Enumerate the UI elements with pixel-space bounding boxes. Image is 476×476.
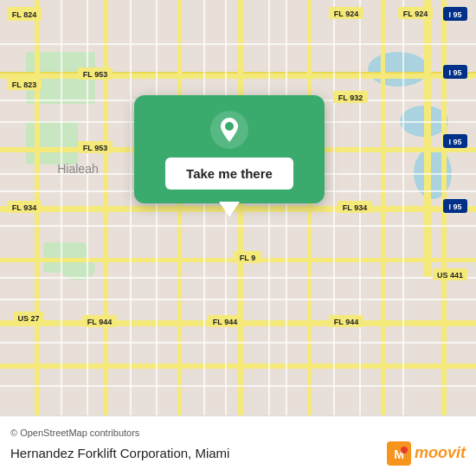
svg-text:I 95: I 95: [448, 10, 461, 19]
svg-text:FL 924: FL 924: [334, 10, 358, 18]
bottom-bar: © OpenStreetMap contributors Hernandez F…: [0, 415, 476, 476]
svg-point-84: [225, 122, 234, 131]
svg-rect-19: [307, 0, 312, 415]
svg-rect-40: [286, 0, 287, 415]
svg-rect-17: [177, 0, 182, 415]
svg-rect-16: [104, 0, 108, 415]
svg-rect-34: [87, 0, 88, 415]
svg-text:I 95: I 95: [448, 203, 461, 211]
svg-point-87: [401, 447, 408, 453]
svg-text:US 441: US 441: [437, 271, 463, 280]
moovit-logo: M moovit: [387, 441, 466, 466]
svg-rect-30: [0, 299, 476, 300]
svg-text:FL 823: FL 823: [12, 80, 36, 89]
svg-text:FL 934: FL 934: [12, 203, 36, 212]
svg-rect-22: [424, 0, 431, 277]
svg-rect-39: [268, 0, 270, 415]
location-pin-icon: [210, 111, 248, 149]
svg-rect-7: [43, 242, 87, 273]
take-me-there-button[interactable]: Take me there: [165, 158, 293, 190]
svg-rect-37: [203, 0, 205, 415]
svg-text:FL 932: FL 932: [338, 93, 363, 102]
bottom-row: Hernandez Forklift Corporation, Miami M …: [10, 441, 466, 466]
svg-text:FL 953: FL 953: [83, 70, 107, 79]
svg-rect-33: [61, 0, 62, 415]
svg-text:FL 944: FL 944: [87, 318, 112, 326]
location-title: Hernandez Forklift Corporation, Miami: [10, 446, 229, 460]
svg-text:US 27: US 27: [17, 314, 39, 323]
svg-text:Hialeah: Hialeah: [57, 162, 98, 176]
moovit-label: moovit: [415, 444, 466, 462]
svg-text:FL 944: FL 944: [334, 318, 358, 326]
svg-point-1: [368, 52, 428, 87]
svg-text:FL 924: FL 924: [403, 10, 428, 18]
svg-text:FL 953: FL 953: [83, 144, 107, 152]
svg-rect-28: [0, 225, 476, 227]
svg-text:FL 824: FL 824: [12, 10, 36, 19]
svg-rect-6: [26, 121, 78, 164]
svg-rect-31: [0, 342, 476, 344]
svg-rect-35: [130, 0, 132, 415]
moovit-brand-icon: M: [387, 441, 411, 466]
svg-rect-23: [0, 43, 476, 45]
svg-rect-32: [0, 385, 476, 387]
popup-card: Take me there: [134, 95, 325, 203]
svg-text:I 95: I 95: [448, 138, 461, 146]
svg-text:FL 944: FL 944: [213, 318, 237, 326]
map-container: FL 824 FL 953 FL 924 FL 924 I 95 I 95 FL…: [0, 0, 476, 415]
svg-rect-36: [156, 0, 158, 415]
svg-text:I 95: I 95: [448, 68, 461, 77]
svg-rect-41: [333, 0, 335, 415]
svg-text:FL 934: FL 934: [343, 203, 367, 212]
svg-rect-43: [402, 0, 404, 415]
svg-rect-29: [0, 277, 476, 279]
popup-tail: [219, 202, 240, 217]
attribution: © OpenStreetMap contributors: [10, 428, 466, 438]
svg-rect-20: [381, 0, 385, 415]
svg-text:FL 9: FL 9: [240, 254, 255, 262]
